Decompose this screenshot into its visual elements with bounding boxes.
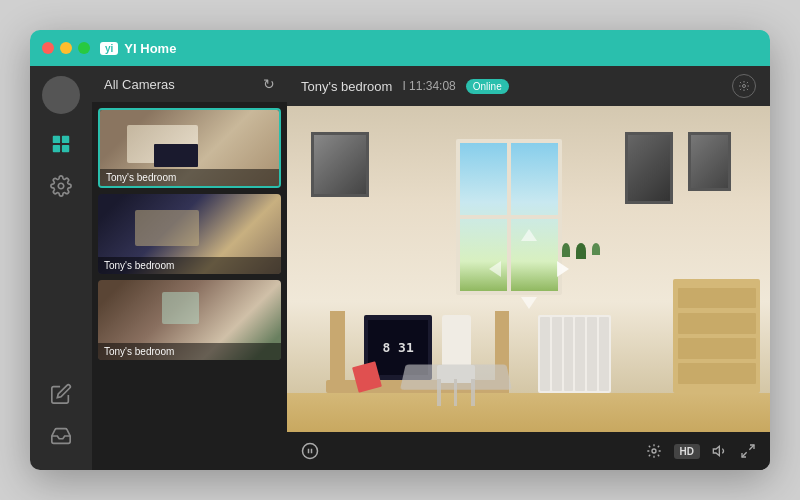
- svg-line-12: [749, 445, 754, 450]
- svg-point-5: [58, 183, 64, 189]
- camera-list-header: All Cameras ↻: [92, 66, 287, 102]
- volume-button[interactable]: [712, 443, 728, 459]
- viewer-panel: Tony's bedroom I 11:34:08 Online: [287, 66, 770, 470]
- sidebar-item-messages[interactable]: [47, 422, 75, 450]
- chair: [432, 315, 480, 406]
- bedroom-scene: 8 31: [287, 106, 770, 432]
- camera-list-title: All Cameras: [104, 77, 175, 92]
- svg-rect-1: [53, 136, 60, 143]
- camera-thumb-2[interactable]: Tony's bedroom: [98, 194, 281, 274]
- cabinet-drawer-1: [678, 288, 756, 309]
- app-logo: yi YI Home: [100, 41, 176, 56]
- yi-badge: yi: [100, 42, 118, 55]
- settings-button[interactable]: [646, 443, 662, 459]
- sidebar-bottom: [47, 380, 75, 450]
- sidebar: [30, 66, 92, 470]
- wall-art-2: [625, 132, 673, 204]
- viewer-main[interactable]: 8 31: [287, 106, 770, 432]
- radiator: [538, 315, 610, 393]
- hd-badge[interactable]: HD: [674, 444, 700, 459]
- main-content: All Cameras ↻ Tony's bedroom Tony's bedr…: [30, 66, 770, 470]
- close-button[interactable]: [42, 42, 54, 54]
- viewer-title: Tony's bedroom: [301, 79, 392, 94]
- traffic-lights: [42, 42, 90, 54]
- sidebar-icons: [47, 130, 75, 380]
- maximize-button[interactable]: [78, 42, 90, 54]
- viewer-header: Tony's bedroom I 11:34:08 Online: [287, 66, 770, 106]
- refresh-icon[interactable]: ↻: [263, 76, 275, 92]
- svg-marker-11: [713, 446, 719, 455]
- cabinet-drawer-3: [678, 338, 756, 359]
- sidebar-item-edit[interactable]: [47, 380, 75, 408]
- wall-art-3: [688, 132, 731, 191]
- avatar[interactable]: [42, 76, 80, 114]
- minimize-button[interactable]: [60, 42, 72, 54]
- cabinet: [673, 279, 760, 393]
- plants: [562, 243, 600, 259]
- viewer-controls: HD: [287, 432, 770, 470]
- wall-art-1: [311, 132, 369, 197]
- app-title: YI Home: [124, 41, 176, 56]
- svg-point-7: [303, 444, 318, 459]
- camera-list-panel: All Cameras ↻ Tony's bedroom Tony's bedr…: [92, 66, 287, 470]
- sidebar-item-settings[interactable]: [47, 172, 75, 200]
- cabinet-drawer-2: [678, 313, 756, 334]
- app-window: yi YI Home: [30, 30, 770, 470]
- window: [456, 139, 562, 295]
- camera-thumb-3[interactable]: Tony's bedroom: [98, 280, 281, 360]
- window-crossbar-v: [507, 143, 511, 291]
- svg-point-6: [743, 85, 746, 88]
- rug: [400, 365, 512, 390]
- titlebar: yi YI Home: [30, 30, 770, 66]
- thumb-label-3: Tony's bedroom: [98, 343, 281, 360]
- svg-rect-4: [62, 145, 69, 152]
- sidebar-item-dashboard[interactable]: [47, 130, 75, 158]
- viewer-header-right: [732, 74, 756, 98]
- thumb-label-2: Tony's bedroom: [98, 257, 281, 274]
- svg-rect-2: [62, 136, 69, 143]
- cabinet-drawer-4: [678, 363, 756, 384]
- fullscreen-button[interactable]: [740, 443, 756, 459]
- viewer-time: I 11:34:08: [402, 79, 455, 93]
- controls-right: HD: [646, 443, 756, 459]
- floor: [287, 393, 770, 432]
- svg-point-10: [652, 449, 656, 453]
- thumb-label-1: Tony's bedroom: [100, 169, 279, 186]
- svg-line-13: [742, 452, 747, 457]
- nav-arrow-down[interactable]: [521, 297, 537, 309]
- svg-rect-3: [53, 145, 60, 152]
- camera-thumbnails: Tony's bedroom Tony's bedroom Tony's bed…: [92, 102, 287, 470]
- pause-button[interactable]: [301, 442, 319, 460]
- online-badge: Online: [466, 79, 509, 94]
- camera-thumb-1[interactable]: Tony's bedroom: [98, 108, 281, 188]
- chair-back: [442, 315, 471, 365]
- viewer-settings-button[interactable]: [732, 74, 756, 98]
